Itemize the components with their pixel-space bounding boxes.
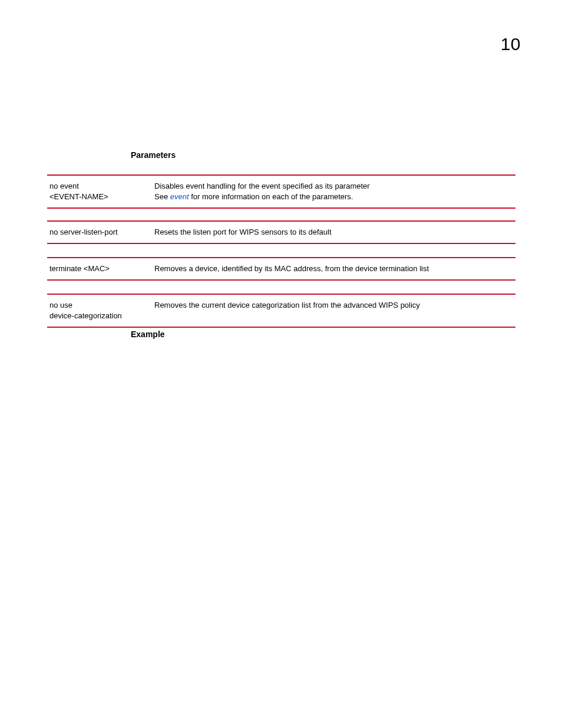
param-cell: no use device-categorization: [47, 294, 152, 327]
desc-cell: Resets the listen port for WIPS sensors …: [152, 221, 515, 243]
param-table-1: no event <EVENT-NAME> Disables event han…: [47, 174, 515, 209]
param-table-3: terminate <MAC> Removes a device, identi…: [47, 257, 515, 281]
table-row: no event <EVENT-NAME> Disables event han…: [47, 175, 515, 208]
example-heading: Example: [131, 330, 165, 339]
param-table-4: no use device-categorization Removes the…: [47, 294, 515, 328]
table-row: no server-listen-port Resets the listen …: [47, 221, 515, 243]
param-cell: terminate <MAC>: [47, 258, 152, 280]
desc-cell: Disables event handling for the event sp…: [152, 175, 515, 208]
table-row: terminate <MAC> Removes a device, identi…: [47, 258, 515, 280]
param-table-2: no server-listen-port Resets the listen …: [47, 220, 515, 244]
desc-cell: Removes the current device categorizatio…: [152, 294, 515, 327]
table-row: no use device-categorization Removes the…: [47, 294, 515, 327]
desc-cell: Removes a device, identified by its MAC …: [152, 258, 515, 280]
param-cell: no server-listen-port: [47, 221, 152, 243]
param-cell: no event <EVENT-NAME>: [47, 175, 152, 208]
desc-text: for more information on each of the para…: [189, 192, 353, 201]
event-link[interactable]: event: [170, 192, 189, 201]
page-number: 10: [501, 34, 521, 54]
parameters-heading: Parameters: [131, 150, 176, 160]
